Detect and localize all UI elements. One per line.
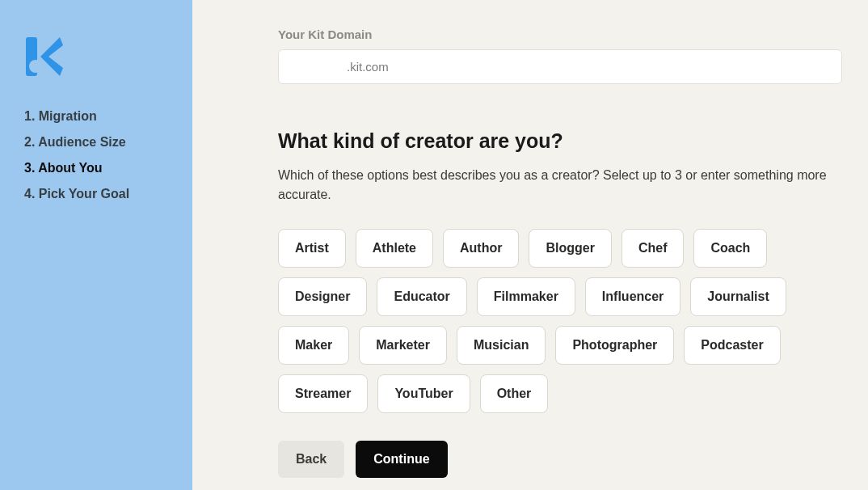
nav-button-row: Back Continue [278, 441, 842, 478]
svg-point-1 [29, 60, 42, 73]
creator-chip-athlete[interactable]: Athlete [356, 229, 433, 268]
creator-chip-other[interactable]: Other [480, 374, 549, 413]
creator-chip-streamer[interactable]: Streamer [278, 374, 368, 413]
creator-chip-chef[interactable]: Chef [622, 229, 685, 268]
sidebar-step-audience-size[interactable]: 2. Audience Size [24, 129, 173, 155]
creator-chip-podcaster[interactable]: Podcaster [684, 326, 780, 365]
kit-logo-icon [24, 37, 173, 76]
creator-chip-influencer[interactable]: Influencer [585, 277, 680, 316]
sidebar-step-about-you[interactable]: 3. About You [24, 155, 173, 181]
kit-domain-field: Your Kit Domain .kit.com [278, 27, 842, 84]
creator-chip-photographer[interactable]: Photographer [555, 326, 674, 365]
sidebar-step-migration[interactable]: 1. Migration [24, 103, 173, 129]
creator-chip-musician[interactable]: Musician [457, 326, 546, 365]
creator-type-group: Artist Athlete Author Blogger Chef Coach… [278, 229, 842, 413]
onboarding-main: Your Kit Domain .kit.com What kind of cr… [192, 0, 868, 490]
creator-chip-filmmaker[interactable]: Filmmaker [477, 277, 575, 316]
onboarding-sidebar: 1. Migration 2. Audience Size 3. About Y… [0, 0, 192, 490]
creator-chip-artist[interactable]: Artist [278, 229, 346, 268]
step-list: 1. Migration 2. Audience Size 3. About Y… [24, 103, 173, 207]
kit-domain-input-wrapper[interactable]: .kit.com [278, 49, 842, 84]
creator-description: Which of these options best describes yo… [278, 166, 842, 205]
creator-chip-blogger[interactable]: Blogger [529, 229, 611, 268]
back-button[interactable]: Back [278, 441, 344, 478]
kit-domain-label: Your Kit Domain [278, 27, 842, 41]
creator-heading: What kind of creator are you? [278, 129, 842, 153]
kit-domain-suffix: .kit.com [347, 60, 389, 74]
creator-chip-author[interactable]: Author [443, 229, 519, 268]
creator-chip-marketer[interactable]: Marketer [359, 326, 447, 365]
creator-chip-coach[interactable]: Coach [693, 229, 767, 268]
sidebar-step-pick-your-goal[interactable]: 4. Pick Your Goal [24, 181, 173, 207]
creator-chip-maker[interactable]: Maker [278, 326, 349, 365]
kit-domain-input[interactable] [290, 60, 347, 74]
creator-chip-journalist[interactable]: Journalist [690, 277, 786, 316]
creator-chip-designer[interactable]: Designer [278, 277, 367, 316]
creator-chip-youtuber[interactable]: YouTuber [377, 374, 470, 413]
continue-button[interactable]: Continue [356, 441, 447, 478]
creator-chip-educator[interactable]: Educator [377, 277, 466, 316]
